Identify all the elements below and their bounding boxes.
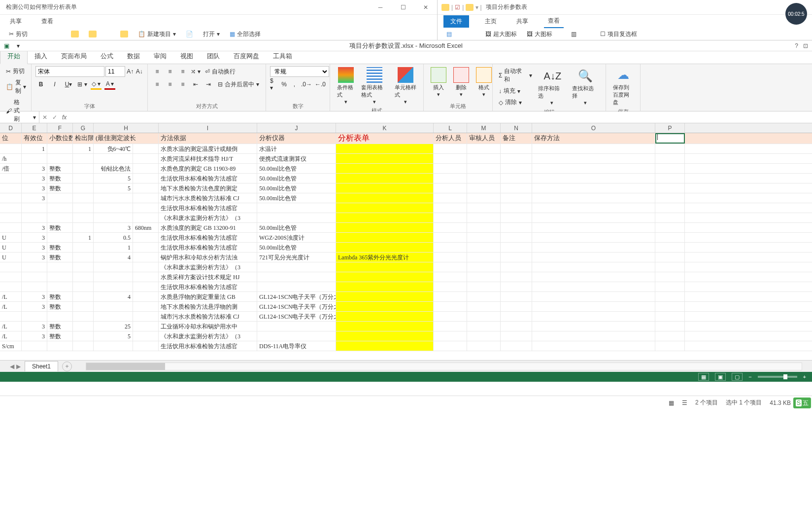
- col-header-G[interactable]: G: [73, 123, 94, 133]
- cell[interactable]: [655, 223, 685, 232]
- cell[interactable]: [0, 223, 22, 232]
- cell[interactable]: 3: [22, 164, 47, 173]
- cell[interactable]: [501, 331, 532, 341]
- cell[interactable]: [501, 213, 532, 222]
- table-format-button[interactable]: 套用表格格式▾: [358, 66, 390, 106]
- cell[interactable]: [434, 223, 467, 232]
- cell[interactable]: [133, 341, 159, 351]
- cell[interactable]: 721可见分光光度计: [257, 253, 336, 262]
- cell[interactable]: [655, 292, 685, 301]
- cell[interactable]: [532, 223, 655, 232]
- cell[interactable]: /L: [0, 302, 22, 311]
- cell[interactable]: [336, 154, 434, 163]
- cell[interactable]: [133, 272, 159, 282]
- tab-view-r[interactable]: 查看: [544, 15, 564, 28]
- cell[interactable]: [133, 292, 159, 301]
- cell[interactable]: 水温计: [257, 144, 336, 153]
- cut-tool[interactable]: ✂剪切: [6, 29, 31, 39]
- cell[interactable]: [655, 272, 685, 282]
- cell[interactable]: [94, 272, 133, 282]
- cell[interactable]: GL124-1SCN电子天平（万分之一）: [257, 302, 336, 311]
- dec-decimal-icon[interactable]: ←.0: [315, 79, 326, 90]
- cell[interactable]: 0.5: [94, 233, 133, 242]
- indent-inc-icon[interactable]: ⇥: [203, 79, 214, 90]
- cell[interactable]: Lambda 365紫外分光光度计: [336, 253, 434, 262]
- cell[interactable]: [336, 272, 434, 282]
- cell[interactable]: [434, 322, 467, 331]
- cell[interactable]: [0, 193, 22, 203]
- add-sheet-button[interactable]: +: [62, 362, 72, 371]
- cell[interactable]: 整数: [47, 183, 73, 193]
- cell[interactable]: [47, 233, 73, 242]
- cell[interactable]: [73, 154, 94, 163]
- cell[interactable]: 3: [22, 331, 47, 341]
- cell[interactable]: [501, 193, 532, 203]
- normal-view-icon[interactable]: ▦: [698, 373, 709, 381]
- cell[interactable]: [532, 154, 655, 163]
- cell[interactable]: [73, 341, 94, 351]
- cell[interactable]: [133, 331, 159, 341]
- horizontal-scrollbar[interactable]: [86, 363, 802, 370]
- cell[interactable]: [133, 302, 159, 311]
- cell[interactable]: [133, 262, 159, 272]
- view-icon-1[interactable]: ▦: [669, 399, 674, 406]
- cell[interactable]: [655, 322, 685, 331]
- page-break-icon[interactable]: ▢: [732, 373, 743, 381]
- cell[interactable]: [467, 144, 501, 153]
- cell[interactable]: [532, 203, 655, 213]
- orientation-icon[interactable]: ⤭ ▾: [190, 66, 201, 77]
- cell[interactable]: [47, 341, 73, 351]
- sort-filter-button[interactable]: A↓Z排序和筛选▾: [535, 67, 568, 107]
- cell[interactable]: 3: [94, 223, 133, 232]
- cell[interactable]: [434, 253, 467, 262]
- new-project-tool[interactable]: 📋新建项目 ▾: [135, 29, 179, 39]
- col-header-J[interactable]: J: [257, 123, 336, 133]
- move-tool[interactable]: [68, 30, 82, 38]
- cell[interactable]: [336, 302, 434, 311]
- cell[interactable]: [22, 312, 47, 321]
- cell[interactable]: [501, 312, 532, 321]
- cell[interactable]: [434, 302, 467, 311]
- cell[interactable]: [133, 193, 159, 203]
- cell[interactable]: S/cm: [0, 341, 22, 351]
- cell[interactable]: [467, 322, 501, 331]
- spreadsheet-grid[interactable]: D E F G H I J K L M N O P 位 有效位 小数位数 检出限…: [0, 123, 812, 360]
- new-folder-tool[interactable]: [117, 30, 131, 38]
- cell[interactable]: [467, 223, 501, 232]
- cell[interactable]: [336, 213, 434, 222]
- cell[interactable]: 整数: [47, 322, 73, 331]
- cell[interactable]: [336, 292, 434, 301]
- cell[interactable]: [0, 312, 22, 321]
- cell[interactable]: 3: [22, 322, 47, 331]
- autosum-button[interactable]: Σ自动求和 ▾: [497, 66, 534, 85]
- cell[interactable]: [336, 282, 434, 291]
- cell[interactable]: 680nm: [133, 223, 159, 232]
- align-right-icon[interactable]: ≡: [177, 79, 188, 90]
- cell[interactable]: 整数: [47, 331, 73, 341]
- cell[interactable]: [22, 282, 47, 291]
- cut-button[interactable]: ✂剪切: [4, 66, 27, 76]
- cell[interactable]: [501, 322, 532, 331]
- cell[interactable]: 3: [22, 243, 47, 252]
- cell[interactable]: [336, 193, 434, 203]
- cell[interactable]: [22, 341, 47, 351]
- cell[interactable]: /倍: [0, 164, 22, 173]
- insert-cells-button[interactable]: 插入▾: [428, 66, 449, 99]
- cell[interactable]: [434, 243, 467, 252]
- cell[interactable]: 3: [22, 193, 47, 203]
- cell[interactable]: [501, 243, 532, 252]
- cell[interactable]: [434, 272, 467, 282]
- cell[interactable]: [73, 243, 94, 252]
- cell[interactable]: 地下水质检验方法色度的测定: [159, 183, 257, 193]
- cell[interactable]: 地下水质检验方法悬浮物的测: [159, 302, 257, 311]
- font-name-combo[interactable]: [35, 66, 104, 77]
- cell[interactable]: [257, 322, 336, 331]
- cell[interactable]: [47, 193, 73, 203]
- tab-home[interactable]: 主页: [481, 15, 501, 28]
- cell[interactable]: 工业循环冷却水和锅炉用水中: [159, 322, 257, 331]
- cell[interactable]: [133, 154, 159, 163]
- cell[interactable]: /L: [0, 292, 22, 301]
- sheet-tab-1[interactable]: Sheet1: [25, 361, 58, 371]
- cell[interactable]: [532, 341, 655, 351]
- cell[interactable]: 4: [94, 253, 133, 262]
